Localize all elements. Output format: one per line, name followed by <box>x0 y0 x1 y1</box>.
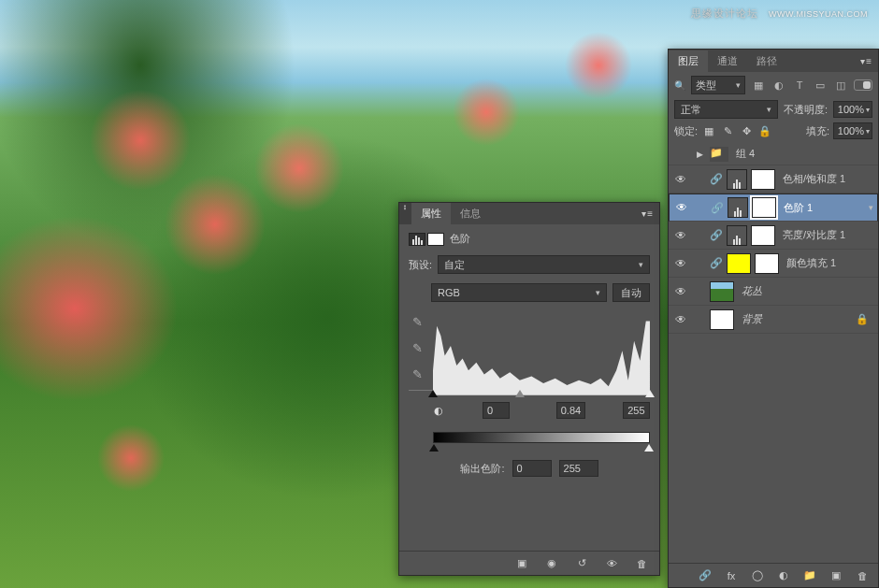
preset-select[interactable]: 自定 <box>438 255 650 274</box>
filter-smart-icon[interactable]: ◫ <box>833 77 848 93</box>
adjustment-icon <box>727 169 747 190</box>
filter-pixel-icon[interactable]: ▦ <box>751 77 766 93</box>
visibility-toggle[interactable]: 👁 <box>672 313 689 326</box>
new-group-icon[interactable]: 📁 <box>801 569 818 581</box>
layer-name[interactable]: 背景 <box>738 312 852 326</box>
tab-layers[interactable]: 图层 <box>669 50 708 72</box>
eyedropper-gray-icon[interactable]: ✎ <box>407 337 427 358</box>
layer-brightness[interactable]: 👁 🔗 亮度/对比度 1 <box>669 222 878 250</box>
eyedropper-white-icon[interactable]: ✎ <box>407 364 427 384</box>
opacity-field[interactable]: 100% <box>833 101 872 118</box>
add-mask-icon[interactable]: ◯ <box>749 569 766 581</box>
delete-layer-icon[interactable]: 🗑 <box>854 570 871 581</box>
link-icon[interactable]: 🔗 <box>710 229 723 241</box>
layer-name[interactable]: 色相/饱和度 1 <box>779 172 874 186</box>
tab-channels[interactable]: 通道 <box>708 50 747 72</box>
opacity-label: 不透明度: <box>784 103 828 117</box>
watermark-url: WWW.MISSYUAN.COM <box>769 9 868 19</box>
input-white-field[interactable]: 255 <box>623 402 650 419</box>
lock-image-icon[interactable]: ✎ <box>720 125 735 137</box>
panel-menu-icon[interactable]: ▾≡ <box>855 56 878 66</box>
layer-name[interactable]: 色阶 1 <box>780 201 865 215</box>
view-previous-icon[interactable]: ◉ <box>543 557 560 569</box>
link-icon[interactable]: 🔗 <box>710 257 723 269</box>
mask-thumb[interactable] <box>427 233 444 246</box>
auto-button[interactable]: 自动 <box>612 283 650 302</box>
layer-name[interactable]: 组 4 <box>732 147 874 161</box>
panel-drag-handle[interactable]: •• <box>399 203 411 224</box>
input-gamma-field[interactable]: 0.84 <box>556 402 585 419</box>
histogram-graph <box>433 311 650 395</box>
link-layers-icon[interactable]: 🔗 <box>697 569 713 581</box>
clip-to-layer-icon[interactable]: ▣ <box>513 557 530 569</box>
mask-thumb[interactable] <box>751 169 775 190</box>
layer-name[interactable]: 颜色填充 1 <box>783 256 874 270</box>
visibility-icon[interactable]: 👁 <box>603 558 620 569</box>
channel-select[interactable]: RGB <box>431 283 607 302</box>
lock-icon[interactable]: 🔒 <box>856 313 874 325</box>
layer-name[interactable]: 花丛 <box>738 284 874 298</box>
tab-properties[interactable]: 属性 <box>411 203 451 224</box>
new-layer-icon[interactable]: ▣ <box>828 569 844 581</box>
disclosure-icon[interactable]: ▶ <box>693 150 706 159</box>
output-white-field[interactable]: 255 <box>559 460 598 477</box>
input-gamma-handle[interactable] <box>515 390 525 397</box>
svg-marker-0 <box>433 322 650 395</box>
blend-mode-select[interactable]: 正常 <box>674 100 778 119</box>
layer-group[interactable]: ▶ 📁 组 4 <box>669 143 878 165</box>
visibility-toggle[interactable]: 👁 <box>672 173 689 186</box>
filter-adjust-icon[interactable]: ◐ <box>771 77 786 93</box>
link-icon[interactable]: 🔗 <box>710 173 723 185</box>
fill-label: 填充: <box>806 124 829 138</box>
folder-icon: 📁 <box>710 147 728 162</box>
filter-toggle[interactable] <box>854 79 872 91</box>
visibility-toggle[interactable]: 👁 <box>672 257 689 270</box>
adjustment-icon <box>728 197 748 218</box>
layers-list: ▶ 📁 组 4 👁 🔗 色相/饱和度 1 👁 🔗 色阶 1 👁 🔗 <box>669 143 878 334</box>
visibility-toggle[interactable]: 👁 <box>672 229 689 242</box>
filter-kind-select[interactable]: 类型 <box>691 76 745 94</box>
output-gradient[interactable] <box>433 432 650 443</box>
output-white-handle[interactable] <box>644 444 654 452</box>
visibility-toggle[interactable]: 👁 <box>673 201 690 214</box>
lock-transparency-icon[interactable]: ▦ <box>701 125 716 137</box>
mask-thumb[interactable] <box>751 225 775 246</box>
watermark: 思缘设计论坛 WWW.MISSYUAN.COM <box>691 6 868 21</box>
layer-levels[interactable]: 👁 🔗 色阶 1 <box>669 194 878 222</box>
filter-kind-icon[interactable]: 🔍 <box>674 80 685 91</box>
visibility-toggle[interactable]: 👁 <box>672 285 689 298</box>
filter-type-icon[interactable]: T <box>792 77 807 93</box>
lock-position-icon[interactable]: ✥ <box>739 125 754 137</box>
panel-menu-icon[interactable]: ▾≡ <box>636 208 659 219</box>
input-white-handle[interactable] <box>645 390 655 397</box>
tab-info[interactable]: 信息 <box>451 203 490 224</box>
filter-shape-icon[interactable]: ▭ <box>813 77 828 93</box>
layer-hsl[interactable]: 👁 🔗 色相/饱和度 1 <box>669 165 878 194</box>
lock-label: 锁定: <box>674 124 698 138</box>
mask-thumb[interactable] <box>752 197 776 218</box>
fill-field[interactable]: 100% <box>833 122 872 139</box>
link-icon[interactable]: 🔗 <box>711 202 724 214</box>
levels-contrast-icon: ◐ <box>433 402 445 419</box>
mask-thumb[interactable] <box>755 253 779 274</box>
new-adjustment-icon[interactable]: ◐ <box>775 569 792 581</box>
layer-thumb <box>710 309 734 330</box>
layer-background[interactable]: 👁 背景 🔒 <box>669 306 878 334</box>
input-black-handle[interactable] <box>428 390 438 397</box>
layer-flowers[interactable]: 👁 花丛 <box>669 278 878 306</box>
tab-paths[interactable]: 路径 <box>747 50 786 72</box>
lock-all-icon[interactable]: 🔒 <box>757 125 772 137</box>
input-levels-slider[interactable] <box>433 391 650 400</box>
input-black-field[interactable]: 0 <box>483 402 510 419</box>
output-black-handle[interactable] <box>429 444 439 452</box>
adjustment-icon <box>727 225 747 246</box>
layer-style-icon[interactable]: fx <box>723 570 740 581</box>
output-levels-label: 输出色阶: <box>460 462 504 476</box>
output-black-field[interactable]: 0 <box>512 460 552 477</box>
adjustment-name: 色阶 <box>450 232 470 246</box>
reset-icon[interactable]: ↺ <box>573 557 590 569</box>
layer-colorfill[interactable]: 👁 🔗 颜色填充 1 <box>669 250 878 278</box>
delete-icon[interactable]: 🗑 <box>633 558 650 569</box>
eyedropper-black-icon[interactable]: ✎ <box>407 311 427 332</box>
layer-name[interactable]: 亮度/对比度 1 <box>779 228 874 242</box>
